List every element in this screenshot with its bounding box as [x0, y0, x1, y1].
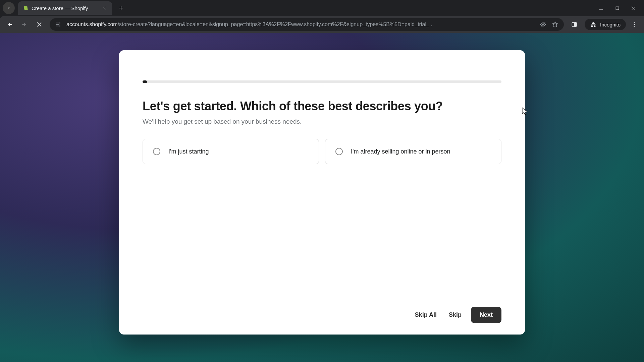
window-maximize-button[interactable] [614, 5, 621, 11]
window-close-button[interactable] [630, 5, 637, 11]
skip-button[interactable]: Skip [446, 308, 464, 322]
svg-point-2 [58, 24, 59, 25]
new-tab-button[interactable] [116, 3, 126, 13]
tab-close-button[interactable] [101, 5, 107, 11]
site-info-button[interactable] [54, 20, 62, 28]
incognito-icon [590, 21, 597, 28]
page-viewport: Let's get started. Which of these best d… [0, 33, 644, 362]
arrow-right-icon [21, 21, 28, 28]
onboarding-heading: Let's get started. Which of these best d… [143, 99, 501, 113]
url-host: accounts.shopify.com [66, 21, 118, 27]
titlebar-left: Create a store — Shopify [3, 1, 126, 15]
nav-back-button[interactable] [3, 18, 16, 31]
close-icon [631, 5, 636, 11]
progress-bar [143, 80, 501, 83]
star-icon [552, 21, 558, 28]
svg-point-1 [59, 22, 60, 23]
svg-rect-0 [616, 7, 619, 10]
progress-fill [143, 80, 147, 83]
nav-stop-button[interactable] [33, 18, 46, 31]
arrow-left-icon [6, 21, 13, 28]
window-minimize-button[interactable] [598, 5, 604, 11]
option-just-starting[interactable]: I'm just starting [143, 139, 319, 164]
close-icon [102, 6, 106, 10]
cookie-blocked-button[interactable] [539, 20, 547, 28]
onboarding-subheading: We'll help you get set up based on your … [143, 118, 501, 125]
maximize-icon [615, 6, 620, 11]
dots-vertical-icon [631, 21, 637, 27]
address-bar[interactable]: accounts.shopify.com/store-create?langua… [50, 18, 564, 31]
option-label: I'm just starting [168, 148, 209, 155]
svg-rect-6 [574, 22, 577, 26]
chevron-down-icon [6, 6, 11, 10]
browser-chrome: Create a store — Shopify accounts.shopi [0, 0, 644, 33]
svg-point-3 [59, 25, 60, 26]
option-group: I'm just starting I'm already selling on… [143, 139, 501, 164]
svg-point-7 [634, 22, 635, 23]
browser-tab[interactable]: Create a store — Shopify [18, 1, 112, 15]
bookmark-button[interactable] [551, 20, 559, 28]
url-text: accounts.shopify.com/store-create?langua… [66, 21, 535, 27]
browser-menu-button[interactable] [628, 18, 641, 31]
eye-off-icon [540, 21, 546, 28]
option-already-selling[interactable]: I'm already selling online or in person [325, 139, 501, 164]
skip-all-button[interactable]: Skip All [412, 308, 439, 322]
browser-toolbar: accounts.shopify.com/store-create?langua… [0, 16, 644, 33]
radio-icon [153, 148, 160, 155]
svg-point-8 [634, 24, 635, 25]
minimize-icon [598, 5, 604, 11]
window-controls [598, 5, 641, 11]
tab-title: Create a store — Shopify [32, 5, 98, 11]
svg-point-9 [634, 26, 635, 27]
url-path: /store-create?language=en&locale=en&sign… [118, 21, 434, 27]
cancel-icon [36, 21, 43, 28]
side-panel-button[interactable] [568, 18, 581, 31]
incognito-indicator[interactable]: Incognito [585, 19, 626, 30]
panel-icon [571, 21, 578, 28]
tab-favicon-icon [23, 5, 28, 11]
tab-search-button[interactable] [3, 2, 15, 14]
radio-icon [335, 148, 343, 155]
option-label: I'm already selling online or in person [351, 148, 450, 155]
modal-footer: Skip All Skip Next [143, 307, 501, 323]
tune-icon [55, 21, 61, 27]
incognito-label: Incognito [600, 22, 621, 27]
next-button[interactable]: Next [471, 307, 501, 323]
onboarding-modal: Let's get started. Which of these best d… [119, 50, 525, 335]
nav-forward-button[interactable] [18, 18, 31, 31]
plus-icon [118, 5, 124, 11]
browser-titlebar: Create a store — Shopify [0, 0, 644, 16]
